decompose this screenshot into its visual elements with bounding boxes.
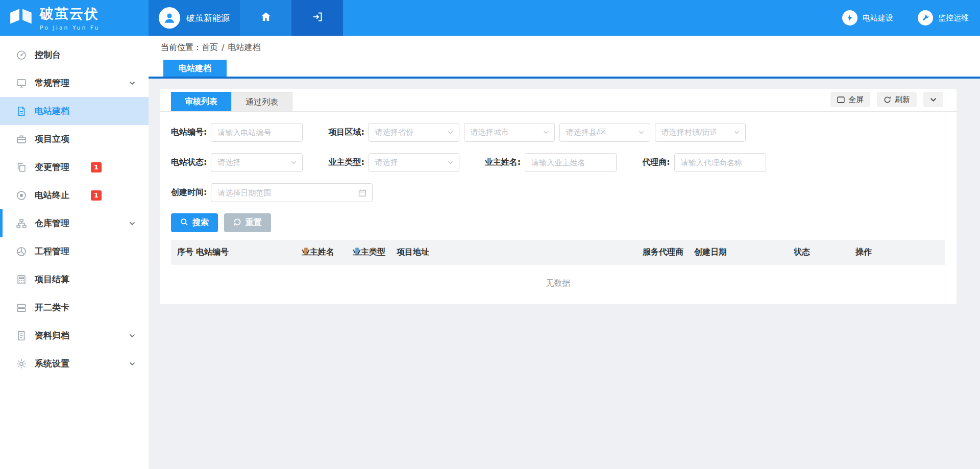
sidebar-item-project-initiation[interactable]: 项目立项 [0, 125, 149, 153]
city-select[interactable]: 请选择城市 [464, 123, 555, 142]
file-icon [15, 105, 28, 117]
owner-type-label: 业主类型: [328, 157, 364, 168]
breadcrumb-home-link[interactable]: 首页 [202, 42, 218, 53]
logo-flags-icon [8, 6, 35, 30]
sidebar-item-label: 常规管理 [35, 77, 69, 89]
sidebar-item-label: 开二类卡 [35, 302, 69, 313]
col-create-date: 创建日期 [694, 247, 794, 258]
chevron-down-icon [129, 362, 135, 366]
province-select-value: 请选择省份 [375, 128, 413, 137]
sidebar-item-label: 资料归档 [35, 330, 69, 341]
chevron-down-icon [129, 334, 135, 338]
owner-type-value: 请选择 [375, 158, 398, 167]
collapse-button[interactable] [923, 92, 943, 107]
nav-station-construction[interactable]: 电站建设 [842, 10, 893, 26]
calculator-icon [15, 274, 28, 286]
create-time-label: 创建时间: [171, 187, 207, 198]
company-user-chip[interactable]: 破茧新能源 [149, 0, 240, 36]
tab-review-list[interactable]: 审核列表 [171, 92, 231, 111]
chevron-down-icon [129, 81, 135, 85]
sidebar: 控制台 常规管理 电站建档 [0, 36, 149, 469]
stop-icon [15, 189, 28, 202]
sidebar-item-engineering-mgmt[interactable]: 工程管理 [0, 237, 149, 265]
station-no-input[interactable] [211, 123, 303, 142]
user-avatar-icon [159, 7, 180, 29]
logo-subtitle: Po Jian Yun Fu [40, 24, 100, 31]
town-select-value: 请选择村镇/街道 [662, 128, 718, 137]
date-range-input[interactable] [211, 183, 373, 202]
breadcrumb-separator: / [222, 43, 224, 53]
tab-passed-list[interactable]: 通过列表 [231, 92, 292, 111]
chevron-down-icon [734, 131, 740, 134]
region-label: 项目区域: [328, 127, 364, 138]
chevron-down-icon [448, 131, 453, 134]
gear-icon [15, 358, 28, 370]
bolt-icon [842, 10, 857, 26]
refresh-label: 刷新 [895, 95, 910, 105]
col-actions: 操作 [855, 247, 945, 258]
col-owner-type: 业主类型 [353, 247, 397, 258]
agent-label: 代理商: [642, 157, 670, 168]
owner-type-select[interactable]: 请选择 [369, 153, 459, 172]
chevron-down-icon [129, 221, 135, 226]
reset-button[interactable]: 重置 [224, 213, 271, 232]
col-owner-name: 业主姓名 [302, 247, 353, 258]
station-status-select[interactable]: 请选择 [211, 153, 303, 172]
login-icon [311, 11, 324, 25]
station-status-value: 请选择 [217, 158, 240, 167]
chevron-down-icon [543, 131, 549, 134]
main-content: 当前位置： 首页 / 电站建档 电站建档 审核列表 通过列表 [149, 36, 980, 469]
sidebar-item-label: 工程管理 [35, 245, 69, 257]
sidebar-item-project-settlement[interactable]: 项目结算 [0, 265, 149, 293]
search-button[interactable]: 搜索 [171, 213, 218, 232]
refresh-button[interactable]: 刷新 [877, 92, 917, 107]
search-icon [180, 218, 188, 228]
nav-monitoring-ops[interactable]: 监控运维 [918, 10, 969, 26]
home-icon [260, 11, 272, 25]
login-button[interactable] [291, 0, 343, 36]
station-termination-badge: 1 [91, 190, 102, 201]
sidebar-item-change-mgmt[interactable]: 变更管理 1 [0, 153, 149, 181]
fullscreen-icon [837, 96, 845, 103]
county-select-value: 请选择县/区 [566, 128, 607, 137]
table-header-row: 序号 电站编号 业主姓名 业主类型 项目地址 服务代理商 创建日期 状态 操作 [171, 240, 945, 265]
sidebar-item-console[interactable]: 控制台 [0, 41, 149, 69]
town-select[interactable]: 请选择村镇/街道 [655, 123, 746, 142]
search-button-label: 搜索 [192, 217, 209, 228]
station-archive-panel: 审核列表 通过列表 全屏 [160, 89, 957, 304]
briefcase-icon [15, 133, 28, 145]
sidebar-item-system-settings[interactable]: 系统设置 [0, 350, 149, 378]
sidebar-item-label: 仓库管理 [35, 217, 69, 229]
logo-title: 破茧云伏 [40, 5, 100, 23]
sidebar-item-general-mgmt[interactable]: 常规管理 [0, 69, 149, 97]
header-right-nav: 电站建设 监控运维 [842, 0, 980, 36]
sidebar-item-label: 变更管理 [35, 161, 69, 173]
app-logo: 破茧云伏 Po Jian Yun Fu [0, 0, 149, 36]
owner-name-input[interactable] [525, 153, 617, 172]
reset-button-label: 重置 [246, 217, 262, 228]
nav-label: 电站建设 [863, 13, 893, 23]
sidebar-item-label: 项目立项 [35, 133, 69, 145]
sidebar-item-label: 电站终止 [35, 189, 69, 201]
agent-input[interactable] [674, 153, 766, 172]
sidebar-item-warehouse-mgmt[interactable]: 仓库管理 [0, 209, 149, 237]
chevron-down-icon [639, 131, 644, 134]
county-select[interactable]: 请选择县/区 [559, 123, 650, 142]
sidebar-item-label: 系统设置 [35, 358, 69, 369]
monitor-icon [15, 77, 28, 89]
pie-chart-icon [15, 245, 28, 258]
sidebar-item-station-termination[interactable]: 电站终止 1 [0, 181, 149, 209]
province-select[interactable]: 请选择省份 [369, 123, 459, 142]
fullscreen-button[interactable]: 全屏 [830, 92, 870, 107]
home-button[interactable] [240, 0, 291, 36]
filter-actions: 搜索 重置 [160, 213, 957, 232]
sidebar-item-type2-card[interactable]: 开二类卡 [0, 293, 149, 322]
breadcrumb: 当前位置： 首页 / 电站建档 [149, 36, 980, 60]
page-tab-row: 电站建档 [149, 60, 980, 77]
sidebar-item-data-archive[interactable]: 资料归档 [0, 322, 149, 350]
breadcrumb-current: 电站建档 [228, 42, 260, 53]
page-tab-station-archive[interactable]: 电站建档 [163, 60, 227, 77]
col-project-address: 项目地址 [397, 247, 643, 258]
station-status-label: 电站状态: [171, 157, 207, 168]
sidebar-item-station-archive[interactable]: 电站建档 [0, 97, 149, 125]
